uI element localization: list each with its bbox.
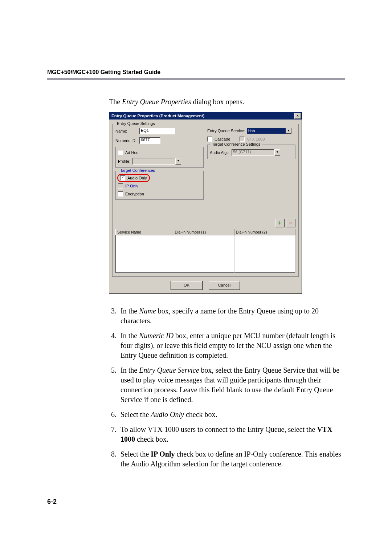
close-button[interactable]: × — [294, 113, 301, 119]
eqs-dropdown[interactable]: bbb ▼ — [247, 128, 291, 134]
cancel-button[interactable]: Cancel — [209, 281, 240, 290]
encryption-label: Encryption — [125, 192, 144, 196]
step-7: To allow VTX 1000 users to connect to th… — [118, 425, 345, 444]
table-row[interactable] — [116, 235, 295, 242]
intro-text: The Entry Queue Properties dialog box op… — [109, 98, 345, 106]
table-row[interactable] — [116, 260, 295, 266]
vtx1000-checkbox[interactable] — [240, 137, 245, 142]
eqs-value: bbb — [247, 128, 286, 134]
audio-only-highlight: ✓ Audio Only — [118, 175, 149, 181]
dialog-titlebar: Entry Queue Properties (Product Manageme… — [109, 112, 302, 119]
profile-dropdown[interactable]: ▼ — [132, 158, 181, 165]
adhoc-label: Ad Hoc — [125, 150, 138, 155]
step-8-bold: IP Only — [151, 450, 175, 458]
entry-queue-settings-group: Entry Queue Settings Name: EQ1 Numeric I… — [112, 124, 299, 277]
group-legend-settings: Entry Queue Settings — [115, 121, 156, 126]
page-header: MGC+50/MGC+100 Getting Started Guide — [47, 69, 345, 76]
table-row[interactable] — [116, 248, 295, 254]
table-row[interactable] — [116, 266, 295, 273]
step-7-pre: To allow VTX 1000 users to connect to th… — [121, 425, 317, 433]
numeric-id-field[interactable]: 6677 — [139, 137, 160, 144]
step-4: In the Numeric ID box, enter a unique pe… — [118, 331, 345, 360]
step-6-italic: Audio Only — [151, 410, 184, 418]
tcs-legend: Target Conference Settings — [211, 142, 262, 146]
profile-subgroup: Ad Hoc Profile: ▼ — [115, 147, 204, 168]
step-8-pre: Select the — [121, 450, 151, 458]
step-6-pre: Select the — [121, 410, 151, 418]
add-button[interactable]: + — [275, 219, 285, 227]
ip-only-label: IP Only — [125, 184, 138, 188]
ok-button[interactable]: OK — [171, 281, 202, 290]
audio-alg-dropdown[interactable]: 56 (G711) ▼ — [232, 149, 280, 156]
name-field[interactable]: EQ1 — [139, 128, 175, 134]
remove-button[interactable]: − — [286, 219, 295, 227]
intro-post: dialog box opens. — [191, 98, 244, 106]
audio-only-label: Audio Only — [127, 176, 147, 180]
step-5-italic: Entry Queue Service — [139, 366, 199, 374]
cascade-checkbox[interactable] — [207, 137, 212, 142]
profile-value — [132, 158, 175, 165]
step-3: In the Name box, specify a name for the … — [118, 306, 345, 326]
header-rule — [47, 78, 345, 80]
profile-label: Profile: — [118, 159, 132, 163]
target-conferences-group: Target Conferences ✓ Audio Only IP Only — [115, 171, 204, 200]
vtx1000-label: VTX 1000 — [247, 137, 265, 141]
numeric-id-label: Numeric ID: — [115, 138, 139, 143]
step-8: Select the IP Only check box to define a… — [118, 449, 345, 469]
step-6-post: check box. — [184, 410, 217, 418]
step-6: Select the Audio Only check box. — [118, 410, 345, 420]
table-row[interactable] — [116, 254, 295, 260]
chevron-down-icon[interactable]: ▼ — [286, 128, 291, 134]
target-conf-legend: Target Conferences — [119, 168, 156, 173]
step-4-pre: In the — [121, 332, 139, 340]
intro-italic: Entry Queue Properties — [122, 98, 191, 106]
col-service-name[interactable]: Service Name — [116, 229, 173, 235]
audio-alg-value: 56 (G711) — [232, 149, 274, 156]
encryption-checkbox[interactable] — [118, 191, 123, 197]
audio-only-checkbox[interactable]: ✓ — [120, 175, 125, 181]
dialin-grid[interactable]: Service Name Dial-in Number (1) Dial-in … — [115, 229, 295, 273]
col-dialin-1[interactable]: Dial-in Number (1) — [173, 229, 234, 235]
step-4-italic: Numeric ID — [139, 332, 173, 340]
chevron-down-icon[interactable]: ▼ — [175, 158, 181, 165]
step-5: In the Entry Queue Service box, select t… — [118, 365, 345, 405]
step-3-pre: In the — [121, 307, 139, 315]
steps-list: In the Name box, specify a name for the … — [47, 306, 345, 469]
step-7-post: check box. — [135, 435, 168, 443]
entry-queue-dialog: Entry Queue Properties (Product Manageme… — [109, 112, 302, 294]
adhoc-checkbox[interactable] — [118, 150, 123, 155]
intro-pre: The — [109, 98, 122, 106]
dialog-title: Entry Queue Properties (Product Manageme… — [111, 114, 204, 118]
page-number: 6-2 — [47, 498, 345, 506]
cascade-label: Cascade — [215, 137, 230, 141]
col-dialin-2[interactable]: Dial-in Number (2) — [234, 229, 295, 235]
name-label: Name: — [115, 129, 139, 133]
ip-only-checkbox[interactable] — [118, 183, 123, 189]
step-3-italic: Name — [139, 307, 156, 315]
eqs-label: Entry Queue Service: — [207, 129, 247, 133]
table-row[interactable] — [116, 242, 295, 248]
target-conf-settings-group: Target Conference Settings Audio Alg.: 5… — [207, 145, 295, 159]
step-5-pre: In the — [121, 366, 139, 374]
chevron-down-icon[interactable]: ▼ — [274, 149, 280, 156]
audio-alg-label: Audio Alg.: — [210, 150, 232, 155]
